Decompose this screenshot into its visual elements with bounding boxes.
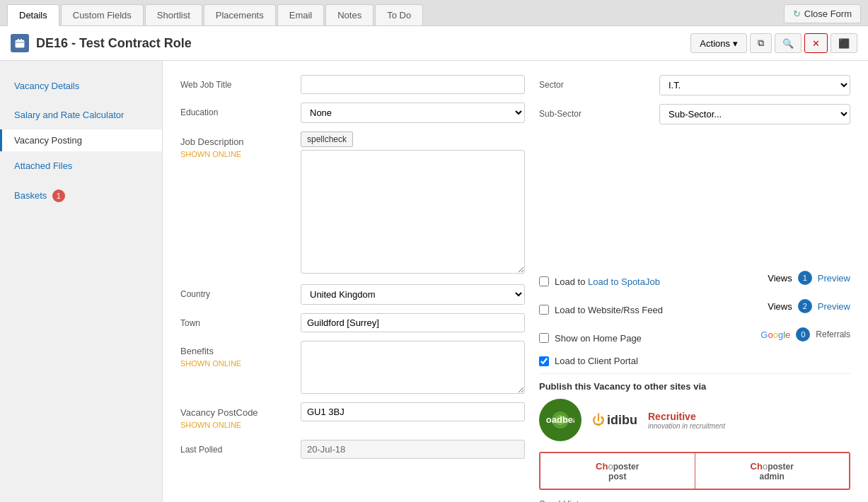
broadbean-logo[interactable]: broadbean [539,399,581,441]
copy-button[interactable]: ⧉ [750,33,772,53]
tab-placements[interactable]: Placements [204,4,276,25]
homepage-label[interactable]: Show on Home Page [555,333,642,344]
sidebar-item-baskets[interactable]: Baskets 1 [0,180,162,211]
body-wrapper: Vacancy Details Salary and Rate Calculat… [0,61,868,502]
publisher-logos: broadbean ⏻ idibu Recruitive inno [539,399,850,441]
homepage-row: Show on Home Page Google 0 Referrals [539,327,850,349]
postcode-input[interactable] [301,402,525,421]
last-polled-label: Last Polled [180,440,294,456]
spotajob-checkbox[interactable] [539,276,549,286]
views1-badge: 1 [798,271,812,285]
country-row: Country United Kingdom [180,284,525,305]
job-description-row: Job Description SHOWN ONLINE spellcheck [180,132,525,276]
attached-files-link[interactable]: Attached Files [14,157,148,175]
tabs-bar: Details Custom Fields Shortlist Placemen… [0,0,868,26]
views1-row: Views 1 Preview [768,271,850,285]
sector-select[interactable]: I.T. [659,75,850,95]
sidebar-item-vacancy-posting[interactable]: Vacancy Posting [0,129,162,151]
sidebar-item-salary-calculator[interactable]: Salary and Rate Calculator [0,100,162,129]
g-badge: 0 [796,327,810,342]
sector-row: Sector I.T. [539,75,850,95]
copy-icon: ⧉ [758,37,764,49]
tab-custom-fields[interactable]: Custom Fields [61,4,144,25]
svg-rect-0 [16,40,24,47]
sidebar-item-vacancy-details[interactable]: Vacancy Details [0,71,162,100]
sector-label: Sector [539,75,652,91]
benefits-row: Benefits SHOWN ONLINE [180,341,525,394]
sidebar-item-attached-files[interactable]: Attached Files [0,151,162,180]
tab-shortlist[interactable]: Shortlist [145,4,202,25]
postcode-label: Vacancy PostCode SHOWN ONLINE [180,402,294,431]
job-desc-container: spellcheck [301,132,525,276]
vacancy-details-link[interactable]: Vacancy Details [14,77,148,95]
tab-details[interactable]: Details [7,4,59,26]
choposter-container: Choposter post Choposter admin [539,452,850,490]
export-icon: ⬛ [838,38,850,49]
benefits-label: Benefits SHOWN ONLINE [180,341,294,370]
sub-sector-select[interactable]: Sub-Sector... [659,104,850,124]
send-history-link[interactable]: Send History [539,498,591,502]
recruitive-logo[interactable]: Recruitive innovation in recruitment [648,411,725,430]
education-row: Education None [180,103,525,123]
homepage-checkbox[interactable] [539,333,549,343]
form-left: Web Job Title Education None Job Descrip [180,75,525,502]
client-portal-checkbox[interactable] [539,356,549,366]
vacancy-icon [11,34,29,52]
spotajob-label[interactable]: Load to Load to SpotaJob [555,276,660,287]
spotajob-link[interactable]: Load to SpotaJob [588,276,660,287]
sub-sector-label: Sub-Sector [539,104,652,120]
job-description-textarea[interactable] [301,150,525,274]
search-button[interactable]: 🔍 [775,33,802,53]
chevron-down-icon: ▾ [733,38,738,49]
last-polled-input [301,440,525,459]
close-form-button[interactable]: ↻ Close Form [784,4,861,23]
education-label: Education [180,103,294,119]
header-actions: Actions ▾ ⧉ 🔍 ✕ ⬛ [690,33,857,53]
last-polled-row: Last Polled [180,440,525,459]
tab-email[interactable]: Email [277,4,325,25]
tab-todo[interactable]: To Do [375,4,423,25]
google-logo: Google [760,329,790,340]
search-icon: 🔍 [782,38,794,49]
benefits-textarea[interactable] [301,341,525,394]
referrals-row: Google 0 Referrals [760,327,850,342]
tab-notes[interactable]: Notes [325,4,374,25]
country-select[interactable]: United Kingdom [301,284,525,305]
spellcheck-button[interactable]: spellcheck [301,132,353,147]
country-label: Country [180,284,294,300]
client-portal-label[interactable]: Load to Client Portal [555,356,638,366]
town-input[interactable] [301,313,525,332]
postcode-row: Vacancy PostCode SHOWN ONLINE [180,402,525,431]
idibu-logo[interactable]: ⏻ idibu [592,413,637,428]
spotajob-row: Load to Load to SpotaJob Views 1 Preview [539,271,850,292]
views2-label: Views [768,301,792,312]
web-job-title-input[interactable] [301,75,525,94]
baskets-link[interactable]: Baskets 1 [14,186,148,206]
refresh-icon: ↻ [793,8,801,19]
publish-options: Load to Load to SpotaJob Views 1 Preview [539,271,850,366]
export-button[interactable]: ⬛ [831,33,857,53]
choposter-post-button[interactable]: Choposter post [540,453,695,489]
views2-row: Views 2 Preview [768,299,850,313]
website-checkbox[interactable] [539,305,549,315]
form-right: Sector I.T. Sub-Sector Sub-Sector... [525,75,850,502]
preview2-link[interactable]: Preview [818,301,850,312]
web-job-title-label: Web Job Title [180,75,294,91]
choposter-admin-button[interactable]: Choposter admin [695,453,850,489]
education-select[interactable]: None [301,103,525,123]
page-header: DE16 - Test Contract Role Actions ▾ ⧉ 🔍 … [0,26,868,61]
salary-calculator-link[interactable]: Salary and Rate Calculator [14,106,148,124]
actions-button[interactable]: Actions ▾ [690,33,747,53]
publish-title: Publish this Vacancy to other sites via [539,381,850,392]
town-label: Town [180,313,294,329]
delete-button[interactable]: ✕ [804,33,828,53]
job-desc-label: Job Description SHOWN ONLINE [180,132,294,160]
preview1-link[interactable]: Preview [818,273,850,284]
content-area: Web Job Title Education None Job Descrip [163,61,868,502]
sidebar: Vacancy Details Salary and Rate Calculat… [0,61,163,502]
website-label[interactable]: Load to Website/Rss Feed [555,305,663,315]
views2-badge: 2 [798,299,812,313]
sub-sector-row: Sub-Sector Sub-Sector... [539,104,850,124]
web-job-title-row: Web Job Title [180,75,525,94]
times-icon: ✕ [812,38,820,49]
